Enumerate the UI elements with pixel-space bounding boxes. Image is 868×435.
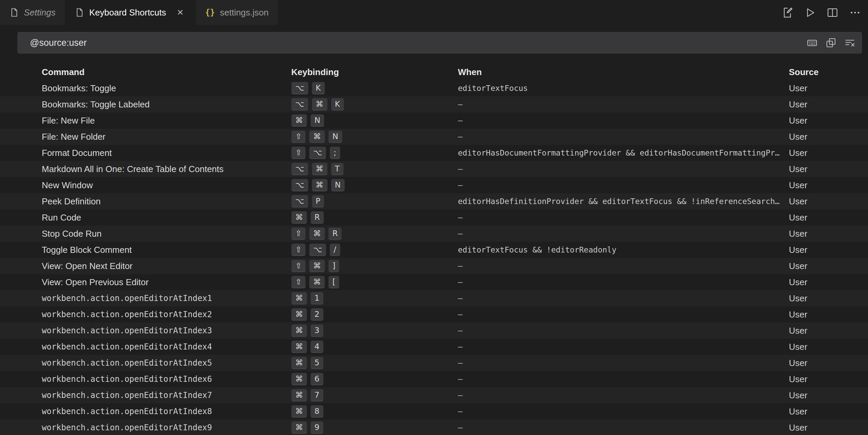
search-input[interactable] [18, 38, 807, 48]
command-cell: workbench.action.openEditorAtIndex7 [42, 391, 291, 400]
search-actions [807, 38, 862, 48]
when-cell: — [458, 326, 789, 335]
keycap: ⌘ [291, 114, 307, 127]
table-row[interactable]: View: Open Next Editor⇧⌘]—User [0, 258, 868, 274]
table-row[interactable]: workbench.action.openEditorAtIndex8⌘8—Us… [0, 403, 868, 420]
table-row[interactable]: workbench.action.openEditorAtIndex7⌘7—Us… [0, 387, 868, 403]
table-row[interactable]: workbench.action.openEditorAtIndex4⌘4—Us… [0, 339, 868, 355]
table-row[interactable]: workbench.action.openEditorAtIndex6⌘6—Us… [0, 371, 868, 387]
column-header-command: Command [42, 67, 291, 77]
table-row[interactable]: workbench.action.openEditorAtIndex9⌘9—Us… [0, 420, 868, 435]
keybinding-cell: ⇧⌥; [291, 147, 458, 159]
keybinding-cell: ⌘2 [291, 308, 458, 321]
keybinding-cell: ⌘4 [291, 340, 458, 353]
when-cell: — [458, 229, 789, 238]
table-row[interactable]: workbench.action.openEditorAtIndex2⌘2—Us… [0, 306, 868, 322]
keycap: N [331, 179, 345, 192]
source-cell: User [789, 245, 868, 255]
close-icon[interactable]: × [175, 7, 186, 18]
table-row[interactable]: New Window⌥⌘N—User [0, 177, 868, 193]
source-cell: User [789, 358, 868, 368]
keycap: 8 [310, 405, 323, 418]
command-cell: workbench.action.openEditorAtIndex8 [42, 407, 291, 416]
keycap: ⇧ [291, 130, 306, 143]
column-header-keybinding: Keybinding [291, 67, 458, 77]
open-keybindings-json-icon[interactable] [782, 7, 793, 18]
split-editor-icon[interactable] [827, 7, 838, 18]
sort-by-precedence-icon[interactable] [826, 38, 836, 48]
keycap: ⌘ [291, 405, 307, 418]
keycap: P [312, 195, 324, 208]
tab-settings[interactable]: Settings [0, 0, 65, 25]
keybinding-cell: ⌘N [291, 114, 458, 127]
table-row[interactable]: Bookmarks: Toggle Labeled⌥⌘K—User [0, 96, 868, 113]
when-cell: — [458, 278, 789, 286]
keycap: ⌘ [291, 356, 307, 369]
source-cell: User [789, 374, 868, 384]
keycap: ⌥ [309, 243, 326, 256]
keycap: K [331, 98, 344, 111]
when-cell: editorHasDefinitionProvider && editorTex… [458, 197, 789, 206]
when-cell: — [458, 116, 789, 125]
tab-label: Keyboard Shortcuts [89, 7, 166, 18]
keycap: R [310, 211, 324, 224]
more-actions-icon[interactable] [849, 7, 861, 18]
when-cell: — [458, 423, 789, 432]
table-row[interactable]: View: Open Previous Editor⇧⌘[—User [0, 274, 868, 290]
source-cell: User [789, 261, 868, 271]
keycap: ⇧ [291, 243, 306, 256]
when-cell: — [458, 100, 789, 109]
source-cell: User [789, 132, 868, 142]
table-row[interactable]: Toggle Block Comment⇧⌥/editorTextFocus &… [0, 242, 868, 258]
tab-keyboard-shortcuts[interactable]: Keyboard Shortcuts × [65, 0, 196, 25]
command-cell: File: New File [42, 116, 291, 126]
table-row[interactable]: Run Code⌘R—User [0, 210, 868, 225]
keycap: ] [328, 259, 339, 272]
keycap: ⇧ [291, 276, 306, 288]
table-row[interactable]: Markdown All in One: Create Table of Con… [0, 161, 868, 177]
table-header: Command Keybinding When Source [0, 64, 868, 80]
record-keys-icon[interactable] [807, 38, 817, 48]
keybindings-search-box[interactable] [18, 32, 862, 54]
when-cell: — [458, 391, 789, 400]
table-row[interactable]: Bookmarks: Toggle⌥KeditorTextFocusUser [0, 80, 868, 96]
keycap: ⌘ [291, 292, 307, 305]
source-cell: User [789, 406, 868, 417]
keycap: 1 [310, 292, 323, 305]
keycap: ⌥ [309, 147, 326, 159]
table-row[interactable]: File: New File⌘N—User [0, 113, 868, 129]
table-row[interactable]: workbench.action.openEditorAtIndex3⌘3—Us… [0, 322, 868, 339]
keybinding-cell: ⌘8 [291, 405, 458, 418]
keycap: ⌘ [312, 163, 328, 176]
keycap: ⌘ [291, 324, 307, 337]
keycap: ; [330, 147, 340, 159]
when-cell: — [458, 213, 789, 222]
keybinding-cell: ⌘R [291, 211, 458, 224]
table-row[interactable]: Format Document⇧⌥;editorHasDocumentForma… [0, 145, 868, 161]
editor-tab-bar: Settings Keyboard Shortcuts × {} setting… [0, 0, 868, 25]
keycap: ⌘ [309, 259, 325, 272]
keycap: 6 [310, 373, 323, 385]
table-row[interactable]: Stop Code Run⇧⌘R—User [0, 225, 868, 242]
keycap: ⌘ [291, 308, 307, 321]
keycap: ⌘ [312, 98, 328, 111]
run-icon[interactable] [804, 7, 815, 18]
source-cell: User [789, 293, 868, 304]
command-cell: New Window [42, 180, 291, 191]
command-cell: View: Open Next Editor [42, 261, 291, 271]
keycap: N [310, 114, 324, 127]
when-cell: — [458, 310, 789, 319]
table-row[interactable]: Peek Definition⌥PeditorHasDefinitionProv… [0, 193, 868, 210]
keycap: ⌥ [291, 163, 308, 176]
table-row[interactable]: workbench.action.openEditorAtIndex1⌘1—Us… [0, 290, 868, 306]
table-row[interactable]: File: New Folder⇧⌘N—User [0, 129, 868, 145]
tab-settings-json[interactable]: {} settings.json [196, 0, 278, 25]
command-cell: File: New Folder [42, 132, 291, 142]
table-row[interactable]: workbench.action.openEditorAtIndex5⌘5—Us… [0, 355, 868, 371]
when-cell: — [458, 165, 789, 174]
command-cell: Markdown All in One: Create Table of Con… [42, 164, 291, 175]
search-row [0, 25, 868, 54]
clear-search-icon[interactable] [845, 38, 855, 48]
keycap: ⌥ [291, 195, 308, 208]
keybinding-cell: ⇧⌘[ [291, 276, 458, 288]
